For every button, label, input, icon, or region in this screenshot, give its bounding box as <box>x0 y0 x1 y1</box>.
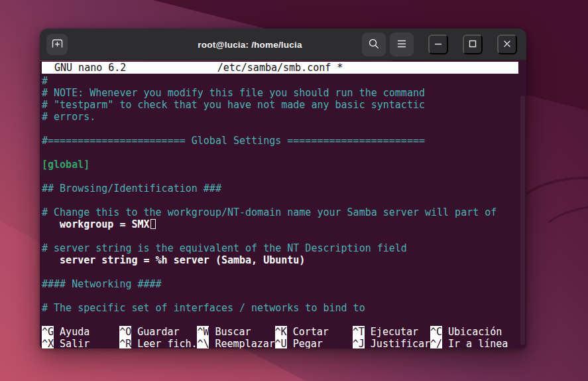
nano-shortcut-bar: ^G Ayuda ^X Salir ^O Guardar ^R Leer fic… <box>42 326 526 348</box>
shortcut-key: ^K <box>275 326 287 338</box>
editor-line: # NOTE: Whenever you modify this file yo… <box>42 87 526 99</box>
editor-line: ## Browsing/Identification ### <box>42 183 526 194</box>
editor-line: # errors. <box>42 111 526 123</box>
shortcut-label: Pegar <box>293 338 323 348</box>
editor-line: # <box>42 75 526 87</box>
hamburger-menu-icon <box>396 39 407 50</box>
close-icon <box>501 42 513 52</box>
editor-line: #======================= Global Settings… <box>42 135 526 147</box>
editor-line: # "testparm" to check that you have not … <box>42 99 526 111</box>
editor-line <box>42 147 526 159</box>
nano-shortcut[interactable]: ^W Buscar <box>197 326 274 338</box>
shortcut-key: ^G <box>42 326 54 338</box>
editor-line <box>42 266 526 278</box>
nano-shortcut[interactable]: ^U Pegar <box>275 338 353 348</box>
editor-line <box>42 123 526 135</box>
shortcut-label: Salir <box>60 338 89 348</box>
search-button[interactable] <box>362 33 386 56</box>
editor-line <box>42 171 526 183</box>
shortcut-label: Cortar <box>293 326 329 338</box>
nano-shortcut[interactable]: ^/ Ir a línea <box>430 338 508 348</box>
terminal-window: root@lucia: /home/lucia <box>40 29 526 348</box>
shortcut-label: Ayuda <box>60 326 89 338</box>
editor-line: # server string is the equivalent of the… <box>42 242 526 254</box>
nano-filename: /etc/samba/smb.conf * <box>42 62 518 74</box>
shortcut-key: ^U <box>275 338 287 348</box>
shortcut-label: Buscar <box>215 326 251 338</box>
nano-shortcut[interactable]: ^X Salir <box>42 338 119 348</box>
editor-line <box>42 230 526 242</box>
nano-shortcut[interactable]: ^C Ubicación <box>430 326 508 338</box>
shortcut-label: Reemplazar <box>215 338 274 348</box>
text-cursor <box>150 219 156 229</box>
search-icon <box>368 38 380 52</box>
nano-shortcut[interactable]: ^O Guardar <box>119 326 197 338</box>
shortcut-key: ^/ <box>430 338 442 348</box>
nano-shortcut[interactable]: ^J Justificar <box>353 338 430 348</box>
nano-shortcut[interactable]: ^K Cortar <box>275 326 353 338</box>
editor-line <box>42 194 526 206</box>
editor-line: server string = %h server (Samba, Ubuntu… <box>42 254 526 266</box>
shortcut-key: ^R <box>119 338 131 348</box>
desktop-background: root@lucia: /home/lucia <box>0 0 588 381</box>
editor-lines: # # NOTE: Whenever you modify this file … <box>42 75 526 326</box>
editor-line <box>42 290 526 302</box>
editor-line <box>42 314 526 326</box>
shortcut-key: ^O <box>119 326 131 338</box>
maximize-button[interactable] <box>463 35 483 54</box>
shortcut-key: ^C <box>430 326 442 338</box>
shortcut-label: Ubicación <box>448 326 502 338</box>
window-titlebar[interactable]: root@lucia: /home/lucia <box>40 29 526 60</box>
editor-line: [global] <box>42 159 526 171</box>
editor-line: workgroup = SMX <box>42 218 526 230</box>
shortcut-key: ^X <box>42 338 54 348</box>
shortcut-key: ^\ <box>197 338 209 348</box>
shortcut-key: ^T <box>353 326 365 338</box>
shortcut-label: Ejecutar <box>371 326 418 338</box>
window-title: root@lucia: /home/lucia <box>119 29 381 60</box>
nano-shortcut[interactable]: ^\ Reemplazar <box>197 338 274 348</box>
shortcut-label: Justificar <box>371 338 430 348</box>
maximize-icon <box>467 42 479 52</box>
close-button[interactable] <box>497 35 517 54</box>
terminal-scrollbar[interactable] <box>520 96 525 345</box>
nano-shortcut[interactable]: ^T Ejecutar <box>353 326 430 338</box>
editor-line: #### Networking #### <box>42 278 526 290</box>
nano-titlebar: GNU nano 6.2 /etc/samba/smb.conf * <box>42 62 518 74</box>
nano-shortcut[interactable]: ^G Ayuda <box>42 326 119 338</box>
new-tab-button[interactable] <box>46 34 68 55</box>
menu-button[interactable] <box>390 33 414 56</box>
editor-line: # Change this to the workgroup/NT-domain… <box>42 206 526 218</box>
shortcut-label: Leer fich. <box>137 338 197 348</box>
shortcut-key: ^J <box>353 338 365 348</box>
terminal-content[interactable]: GNU nano 6.2 /etc/samba/smb.conf * # # N… <box>40 61 526 348</box>
minimize-icon <box>432 42 444 52</box>
editor-line: # The specific set of interfaces / netwo… <box>42 302 526 314</box>
shortcut-label: Guardar <box>137 326 179 338</box>
minimize-button[interactable] <box>428 35 448 54</box>
new-tab-icon <box>51 38 64 52</box>
shortcut-label: Ir a línea <box>448 338 508 348</box>
nano-shortcut[interactable]: ^R Leer fich. <box>119 338 197 348</box>
shortcut-key: ^W <box>197 326 209 338</box>
